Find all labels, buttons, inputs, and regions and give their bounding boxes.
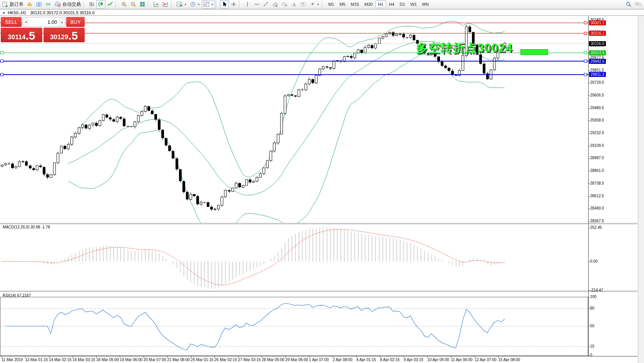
time-axis-label: 11 Mar 2019 (2, 358, 23, 362)
vertical-line-button[interactable] (243, 0, 252, 8)
svg-text:A: A (292, 2, 296, 7)
timeframe-m15-button[interactable]: M15 (348, 0, 361, 8)
svg-text:F: F (285, 4, 287, 7)
buy-price-main: 30129 (50, 33, 68, 41)
line-handle-marker[interactable] (0, 73, 3, 76)
time-axis-label: 13 Mar 01:15 (25, 358, 48, 362)
sell-price-frac: .5 (25, 30, 35, 41)
autotrading-button[interactable]: 自动交易 (53, 0, 82, 8)
dropdown-arrow-icon[interactable]: ▼ (317, 3, 319, 6)
indicators-button[interactable]: ▼ (175, 0, 188, 8)
svg-text:E: E (276, 5, 278, 7)
volume-input[interactable] (29, 17, 59, 27)
channel-button[interactable]: E (271, 0, 280, 8)
sell-price-display[interactable]: 30114 .5 (1, 28, 42, 42)
crosshair-icon (231, 1, 237, 7)
line-handle-marker[interactable] (584, 51, 587, 54)
zoom-out-button[interactable] (129, 0, 138, 8)
horizontal-level-30321.1[interactable] (0, 23, 588, 23)
signals-button[interactable] (43, 0, 53, 8)
chart-shift-button[interactable] (161, 0, 170, 8)
horizontal-level-30216.1[interactable] (0, 33, 588, 33)
chat-icon (635, 1, 642, 7)
periods-button[interactable]: ▼ (188, 0, 202, 8)
line-handle-marker[interactable] (584, 32, 587, 35)
search-icon (626, 1, 632, 7)
tile-windows-button[interactable] (138, 0, 147, 8)
fibonacci-button[interactable]: F (280, 0, 289, 8)
line-handle-marker[interactable] (584, 73, 587, 76)
search-button[interactable] (624, 0, 633, 8)
collapse-panel-icon[interactable]: ▲ (2, 11, 5, 14)
label-button[interactable]: T (298, 0, 308, 8)
indicators-icon (176, 1, 182, 7)
time-axis-label: 28 Mar 05:00 (262, 358, 284, 362)
dropdown-arrow-icon[interactable]: ▼ (211, 3, 214, 6)
gold-bar-button[interactable] (25, 0, 34, 8)
trendline-button[interactable] (261, 0, 271, 8)
rsi-axis-tick: 80 (590, 306, 594, 310)
timeframe-h4-button[interactable]: H4 (386, 0, 397, 8)
volume-increase-button[interactable]: ▲ (59, 17, 65, 27)
timeframe-m30-button[interactable]: M30 (362, 0, 375, 8)
text-button[interactable]: A (289, 0, 298, 8)
time-axis-label: 8 Apr 02:15 (380, 358, 400, 362)
price-axis-tick: 29480.5 (590, 106, 604, 110)
volume-decrease-button[interactable]: ▼ (23, 17, 29, 27)
right-scroll-strip[interactable] (638, 9, 644, 363)
sell-price-main: 30114 (8, 33, 25, 41)
toolbar-separator (322, 1, 325, 8)
shapes-icon (309, 1, 315, 7)
price-axis-tick: 29232.0 (590, 131, 604, 135)
timeframe-d1-button[interactable]: D1 (397, 0, 408, 8)
zoom-in-button[interactable] (119, 0, 129, 8)
highlight-rect[interactable] (520, 49, 548, 55)
line-handle-marker[interactable] (0, 51, 3, 54)
new-order-button[interactable]: 新订单 (1, 0, 25, 8)
cursor-button[interactable] (220, 0, 229, 8)
line-handle-marker[interactable] (584, 60, 587, 63)
auto-scroll-icon (153, 1, 159, 7)
new-order-label: 新订单 (10, 1, 23, 8)
timeframe-w1-button[interactable]: W1 (408, 0, 420, 8)
horizontal-level-29942.5[interactable] (0, 61, 588, 62)
line-chart-icon (107, 1, 113, 7)
time-axis-label: 18 Mar 05:00 (96, 358, 119, 362)
chart-text-annotation[interactable]: 多空转折点30024 (416, 40, 512, 56)
timeframe-m1-button[interactable]: M1 (326, 0, 337, 8)
community-button[interactable] (34, 0, 43, 8)
horizontal-line-button[interactable] (252, 0, 261, 8)
crosshair-button[interactable] (229, 0, 238, 8)
dropdown-arrow-icon[interactable]: ▼ (184, 3, 187, 6)
horizontal-line-icon (254, 1, 260, 7)
sell-button[interactable]: SELL (1, 17, 22, 27)
price-axis-tick: 29729.0 (590, 80, 604, 85)
buy-price-display[interactable]: 30129 .5 (43, 28, 85, 42)
fibonacci-icon: F (281, 1, 288, 7)
horizontal-level-29811.3[interactable] (0, 74, 588, 75)
text-icon: A (291, 1, 297, 7)
candlestick-chart-button[interactable] (96, 0, 105, 8)
toolbar-separator (171, 1, 174, 8)
dropdown-arrow-icon[interactable]: ▼ (197, 3, 200, 6)
price-axis-tick: 29109.5 (590, 143, 604, 148)
auto-scroll-button[interactable] (152, 0, 161, 8)
shapes-button[interactable]: ▼ (308, 0, 321, 8)
timeframe-mn-button[interactable]: MN (420, 0, 432, 8)
price-axis-tick: 28987.0 (590, 156, 604, 160)
chat-button[interactable] (633, 0, 643, 8)
line-handle-marker[interactable] (584, 21, 587, 24)
time-axis-label: 29 Mar 06:00 (285, 358, 308, 362)
time-axis-label: 15 Apr 08:00 (498, 358, 520, 362)
timeframe-m5-button[interactable]: M5 (337, 0, 348, 8)
line-chart-button[interactable] (105, 0, 115, 8)
zoom-out-icon (130, 1, 136, 7)
rsi-axis-tick: 100 (590, 295, 597, 299)
timeframe-h1-button[interactable]: H1 (375, 0, 386, 8)
bar-chart-button[interactable] (87, 0, 96, 8)
time-axis-label: 14 Mar 02:15 (49, 358, 72, 362)
line-handle-marker[interactable] (0, 60, 3, 63)
time-axis-label: 26 Mar 02:15 (214, 358, 237, 362)
buy-button[interactable]: BUY (66, 17, 85, 27)
templates-button[interactable]: ▼ (202, 0, 215, 8)
